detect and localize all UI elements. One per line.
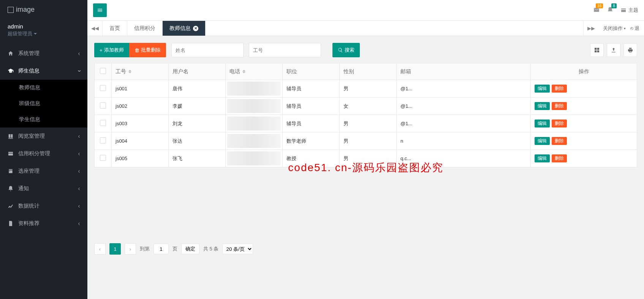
cell-gender: 男 (340, 132, 397, 150)
delete-button[interactable]: 删除 (552, 137, 567, 145)
row-checkbox[interactable] (100, 85, 106, 91)
cell-username: 刘龙 (169, 115, 226, 132)
name-input[interactable] (171, 43, 244, 57)
mail-button[interactable]: 16 (593, 6, 600, 14)
tab-scroll-left[interactable]: ◀◀ (87, 21, 103, 36)
search-button[interactable]: 搜索 (332, 43, 360, 57)
logo-icon (8, 7, 14, 13)
prev-page-button[interactable]: ‹ (94, 243, 106, 255)
tab-credit[interactable]: 信用积分 (127, 21, 163, 36)
caret-down-icon (34, 33, 37, 35)
cell-phone (226, 80, 283, 98)
hamburger-button[interactable] (93, 3, 107, 17)
sub-student-info[interactable]: 学生信息 (0, 112, 87, 127)
page-input[interactable] (153, 244, 169, 254)
user-role-dropdown[interactable]: 超级管理员 (8, 30, 37, 37)
cell-operate: 编辑删除 (531, 80, 637, 98)
plus-icon: + (100, 47, 103, 53)
per-page-select[interactable]: 20 条/页 (222, 244, 253, 254)
page-1-button[interactable]: 1 (109, 243, 121, 255)
tabs: ◀◀ 首页 信用积分 教师信息 ✕ ▶▶ 关闭操作 ▾ ⎋ 退 (87, 21, 644, 36)
sub-nav: 教师信息 班级信息 学生信息 (0, 80, 87, 127)
cell-email: q.c... (397, 150, 531, 167)
nav-reading-room[interactable]: 阅览室管理 ‹ (0, 127, 87, 145)
column-toggle-button[interactable] (590, 43, 604, 57)
teacher-table: 工号 用户名 电话 职位 性别 邮箱 操作 js001唐伟辅导员男@1...编辑… (94, 63, 637, 167)
edit-button[interactable]: 编辑 (535, 137, 550, 145)
close-action-dropdown[interactable]: 关闭操作 ▾ (603, 25, 626, 32)
chevron-left-icon: ‹ (78, 220, 80, 227)
cell-email: @1... (397, 80, 531, 98)
doc-icon (8, 220, 14, 227)
col-gender: 性别 (340, 63, 397, 80)
id-input[interactable] (249, 43, 321, 57)
delete-button[interactable]: 删除 (552, 120, 567, 127)
edit-button[interactable]: 编辑 (535, 154, 550, 162)
cell-position: 数学老师 (283, 132, 340, 150)
pagination: ‹ 1 › 到第 页 确定 共 5 条 20 条/页 (94, 243, 637, 255)
cell-id: js004 (112, 132, 169, 150)
row-checkbox[interactable] (100, 137, 106, 143)
cell-position: 辅导员 (283, 80, 340, 98)
cell-username: 张达 (169, 132, 226, 150)
batch-delete-button[interactable]: 🗑 批量删除 (129, 43, 166, 57)
delete-button[interactable]: 删除 (552, 154, 567, 162)
row-checkbox[interactable] (100, 102, 106, 109)
theme-button[interactable]: 主题 (620, 7, 638, 14)
table-row: js005张飞教授男q.c...编辑删除 (95, 150, 637, 167)
exit-button[interactable]: ⎋ 退 (630, 25, 639, 32)
edit-button[interactable]: 编辑 (535, 85, 550, 93)
cell-id: js002 (112, 98, 169, 115)
nav-system[interactable]: 系统管理 ‹ (0, 45, 87, 62)
col-phone[interactable]: 电话 (226, 63, 283, 80)
cell-id: js003 (112, 115, 169, 132)
nav-recommend[interactable]: 资料推荐 ‹ (0, 215, 87, 232)
row-checkbox[interactable] (100, 120, 106, 126)
select-all-checkbox[interactable] (100, 68, 106, 74)
delete-button[interactable]: 删除 (552, 85, 567, 93)
cell-position: 辅导员 (283, 98, 340, 115)
sub-teacher-info[interactable]: 教师信息 (0, 80, 87, 96)
chevron-left-icon: ‹ (78, 150, 80, 157)
chevron-left-icon: ‹ (78, 133, 80, 140)
col-operate: 操作 (531, 63, 637, 80)
goto-label: 到第 (140, 245, 150, 252)
tab-home[interactable]: 首页 (103, 21, 127, 36)
topbar: 16 8 主题 (87, 0, 644, 21)
next-page-button[interactable]: › (125, 243, 136, 255)
cell-gender: 男 (340, 80, 397, 98)
add-teacher-button[interactable]: + 添加教师 (94, 43, 129, 57)
row-checkbox[interactable] (100, 155, 106, 161)
cell-username: 李媛 (169, 98, 226, 115)
page-confirm-button[interactable]: 确定 (181, 244, 199, 254)
table-header-row: 工号 用户名 电话 职位 性别 邮箱 操作 (95, 63, 637, 80)
edit-button[interactable]: 编辑 (535, 120, 550, 127)
notify-button[interactable]: 8 (607, 6, 614, 14)
col-id[interactable]: 工号 (112, 63, 169, 80)
print-button[interactable] (623, 43, 637, 57)
cell-gender: 男 (340, 150, 397, 167)
sort-icon (128, 70, 131, 73)
nav-credit[interactable]: 信用积分管理 ‹ (0, 145, 87, 162)
nav-seat[interactable]: 选座管理 ‹ (0, 162, 87, 180)
cell-operate: 编辑删除 (531, 98, 637, 115)
tab-scroll-right[interactable]: ▶▶ (583, 21, 598, 36)
tab-teacher[interactable]: 教师信息 ✕ (163, 21, 206, 36)
sidebar: image admin 超级管理员 系统管理 ‹ 师生信息 ‹ 教师信息 班级信… (0, 0, 87, 299)
delete-button[interactable]: 删除 (552, 102, 567, 110)
graduation-cap-icon (8, 68, 14, 74)
cell-operate: 编辑删除 (531, 150, 637, 167)
user-name: admin (8, 23, 80, 30)
sub-class-info[interactable]: 班级信息 (0, 96, 87, 112)
edit-button[interactable]: 编辑 (535, 102, 550, 110)
cell-id: js005 (112, 150, 169, 167)
chevron-left-icon: ‹ (78, 168, 80, 175)
export-icon (611, 47, 617, 53)
search-icon (338, 47, 343, 53)
close-icon[interactable]: ✕ (193, 26, 198, 31)
export-button[interactable] (607, 43, 620, 57)
nav-stats[interactable]: 数据统计 ‹ (0, 197, 87, 215)
nav-notice[interactable]: 通知 ‹ (0, 180, 87, 197)
nav-teacher-student[interactable]: 师生信息 ‹ (0, 62, 87, 80)
btn-group: + 添加教师 🗑 批量删除 (94, 43, 166, 57)
